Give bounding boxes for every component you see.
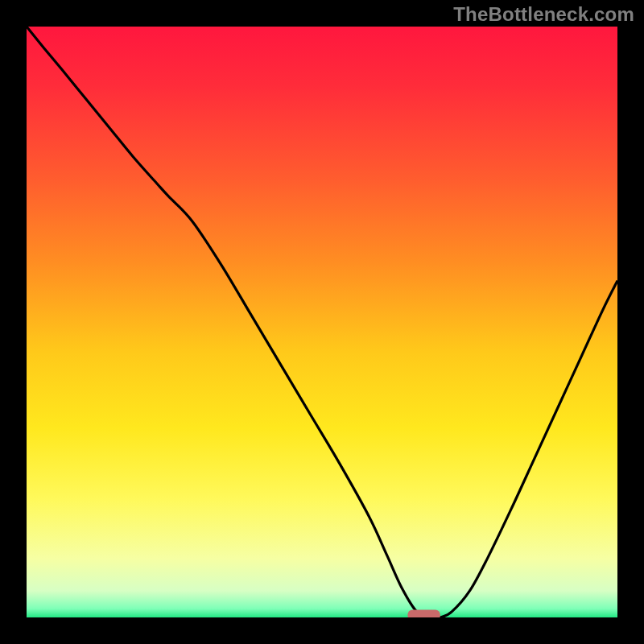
bottleneck-chart [0,0,644,644]
plot-background [27,27,617,617]
watermark-label: TheBottleneck.com [453,3,634,26]
chart-frame: { "watermark": "TheBottleneck.com", "cha… [0,0,644,644]
min-marker [407,610,440,621]
